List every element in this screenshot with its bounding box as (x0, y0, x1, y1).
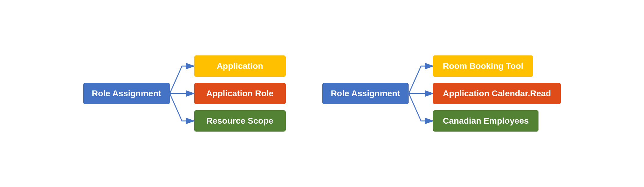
source-label-1: Role Assignment (92, 89, 161, 98)
application-role-box: Application Role (194, 83, 286, 104)
target-row: Application Calendar.Read (433, 83, 561, 104)
canadian-employees-label: Canadian Employees (443, 116, 529, 126)
target-row: Resource Scope (194, 110, 286, 132)
resource-scope-label: Resource Scope (206, 116, 273, 126)
source-box-1: Role Assignment (83, 83, 170, 104)
resource-scope-box: Resource Scope (194, 110, 286, 132)
diagrams-container: Role Assignment Application Application … (0, 55, 644, 132)
diagram-1: Role Assignment Application Application … (83, 55, 286, 132)
target-row: Room Booking Tool (433, 55, 533, 77)
application-role-label: Application Role (206, 89, 274, 98)
diagram-2: Role Assignment Room Booking Tool Applic… (322, 55, 561, 132)
room-booking-label: Room Booking Tool (443, 61, 523, 71)
app-calendar-box: Application Calendar.Read (433, 83, 561, 104)
app-calendar-label: Application Calendar.Read (443, 89, 551, 98)
target-row: Application (194, 55, 286, 77)
canadian-employees-box: Canadian Employees (433, 110, 538, 132)
target-row: Application Role (194, 83, 286, 104)
application-label: Application (216, 61, 263, 71)
application-box: Application (194, 55, 286, 77)
targets-2: Room Booking Tool Application Calendar.R… (433, 55, 561, 132)
source-label-2: Role Assignment (331, 89, 400, 98)
room-booking-box: Room Booking Tool (433, 55, 533, 77)
source-box-2: Role Assignment (322, 83, 409, 104)
target-row: Canadian Employees (433, 110, 538, 132)
targets-1: Application Application Role Resource Sc… (194, 55, 286, 132)
